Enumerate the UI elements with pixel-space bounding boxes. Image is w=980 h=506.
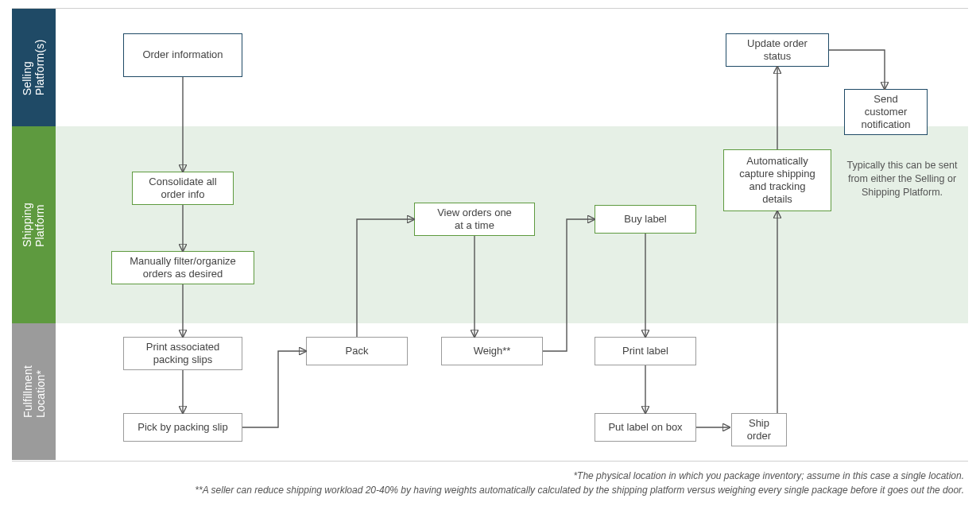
- node-consolidate: Consolidate allorder info: [132, 172, 234, 205]
- lane-header-fulfillment: FulfillmentLocation*: [12, 323, 56, 460]
- node-filter-orders: Manually filter/organizeorders as desire…: [111, 251, 254, 284]
- divider-bottom: [12, 461, 968, 462]
- node-view-orders: View orders oneat a time: [414, 203, 535, 236]
- node-send-notification: Sendcustomernotification: [844, 89, 928, 135]
- node-capture-details: Automaticallycapture shippingand trackin…: [723, 149, 831, 211]
- flowchart-stage: SellingPlatform(s) ShippingPlatform Fulf…: [0, 0, 980, 506]
- footnote-1: *The physical location in which you pack…: [573, 470, 964, 481]
- node-print-packing-slips: Print associatedpacking slips: [123, 337, 242, 370]
- annotation-either-platform: Typically this can be sentfrom either th…: [839, 159, 966, 199]
- lane-header-selling: SellingPlatform(s): [12, 9, 56, 126]
- node-weigh: Weigh**: [441, 337, 543, 365]
- node-pack: Pack: [306, 337, 408, 365]
- footnote-2: **A seller can reduce shipping workload …: [195, 485, 964, 496]
- lane-header-shipping: ShippingPlatform: [12, 126, 56, 323]
- node-ship-order: Shiporder: [731, 413, 787, 446]
- node-pick-by-slip: Pick by packing slip: [123, 413, 242, 442]
- node-update-order-status: Update orderstatus: [726, 33, 829, 67]
- node-buy-label: Buy label: [595, 205, 696, 234]
- node-order-information: Order information: [123, 33, 242, 77]
- node-put-label-on-box: Put label on box: [595, 413, 696, 442]
- node-print-label: Print label: [595, 337, 696, 365]
